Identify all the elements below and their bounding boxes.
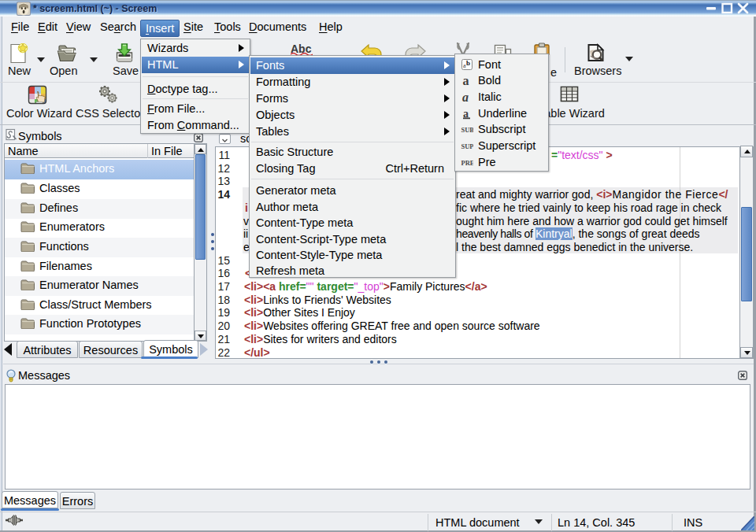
svg-text:a: a xyxy=(463,107,469,119)
svg-text:a: a xyxy=(462,91,469,103)
svg-text:b: b xyxy=(466,59,470,67)
svg-text:SUB: SUB xyxy=(461,126,474,134)
svg-text:SUP: SUP xyxy=(461,142,474,150)
svg-text:PRE: PRE xyxy=(461,159,474,167)
svg-text:a: a xyxy=(463,74,469,87)
